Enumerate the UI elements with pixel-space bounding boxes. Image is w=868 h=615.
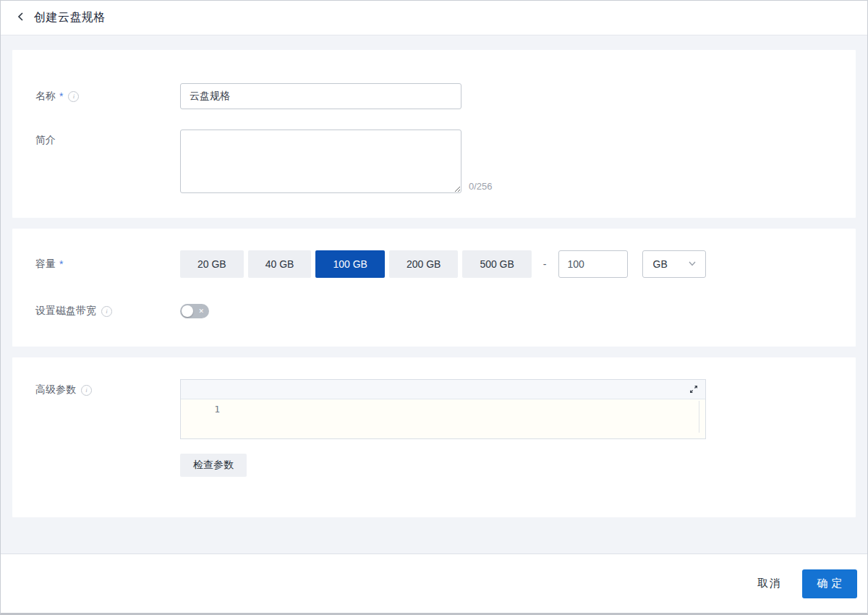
info-icon[interactable]: i <box>68 91 79 102</box>
name-row: 名称 * i <box>35 83 833 109</box>
description-label: 简介 <box>35 134 56 147</box>
description-label-group: 简介 <box>35 130 180 147</box>
unit-select[interactable]: GB <box>642 250 706 278</box>
capacity-option-0[interactable]: 20 GB <box>180 250 244 278</box>
capacity-label-group: 容量 * <box>35 258 180 271</box>
toggle-off-icon: ✕ <box>198 308 204 315</box>
expand-icon[interactable] <box>689 385 698 394</box>
back-button[interactable] <box>15 11 27 25</box>
capacity-custom-input[interactable] <box>558 250 628 278</box>
name-label: 名称 <box>35 90 56 103</box>
capacity-label: 容量 <box>35 258 56 271</box>
page-footer: 取消 确定 <box>1 554 867 613</box>
cancel-button[interactable]: 取消 <box>757 577 782 590</box>
editor-content[interactable]: 1 <box>181 399 705 438</box>
chevron-down-icon <box>688 258 697 270</box>
bandwidth-row: 设置磁盘带宽 i ✕ <box>35 304 833 318</box>
capacity-option-1[interactable]: 40 GB <box>248 250 312 278</box>
bandwidth-label: 设置磁盘带宽 <box>35 305 96 318</box>
capacity-option-2[interactable]: 100 GB <box>315 250 384 278</box>
bandwidth-toggle[interactable]: ✕ <box>180 304 209 318</box>
capacity-row: 容量 * 20 GB 40 GB 100 GB 200 GB 500 GB - … <box>35 250 833 278</box>
capacity-card: 容量 * 20 GB 40 GB 100 GB 200 GB 500 GB - … <box>12 229 856 347</box>
advanced-label: 高级参数 <box>35 383 76 396</box>
range-separator: - <box>543 258 547 270</box>
check-params-button[interactable]: 检查参数 <box>180 454 247 477</box>
required-mark: * <box>59 258 63 270</box>
page-header: 创建云盘规格 <box>1 1 867 35</box>
description-textarea[interactable] <box>180 130 461 193</box>
advanced-label-group: 高级参数 i <box>35 379 180 396</box>
basic-info-card: 名称 * i 简介 0/256 <box>12 50 856 218</box>
unit-select-value: GB <box>653 258 668 270</box>
name-label-group: 名称 * i <box>35 90 180 103</box>
capacity-option-4[interactable]: 500 GB <box>462 250 531 278</box>
advanced-row: 高级参数 i 1 <box>35 379 833 439</box>
info-icon[interactable]: i <box>81 385 92 396</box>
capacity-options: 20 GB 40 GB 100 GB 200 GB 500 GB - GB <box>180 250 706 278</box>
editor-toolbar <box>181 380 705 399</box>
char-counter: 0/256 <box>469 181 493 193</box>
editor-scrollbar[interactable] <box>699 401 699 433</box>
bandwidth-label-group: 设置磁盘带宽 i <box>35 305 180 318</box>
confirm-button[interactable]: 确定 <box>802 569 857 598</box>
code-editor[interactable]: 1 <box>180 379 706 439</box>
form-body: 名称 * i 简介 0/256 <box>1 35 867 554</box>
page-title: 创建云盘规格 <box>34 10 106 25</box>
capacity-option-3[interactable]: 200 GB <box>389 250 458 278</box>
name-input[interactable] <box>180 83 461 109</box>
description-row: 简介 0/256 <box>35 130 833 193</box>
chevron-left-icon <box>15 11 27 25</box>
line-number: 1 <box>205 404 220 415</box>
required-mark: * <box>59 90 63 102</box>
advanced-params-card: 高级参数 i 1 <box>12 357 856 517</box>
create-disk-spec-page: 创建云盘规格 名称 * i 简介 <box>0 0 868 615</box>
info-icon[interactable]: i <box>101 306 112 317</box>
toggle-knob <box>182 305 193 317</box>
